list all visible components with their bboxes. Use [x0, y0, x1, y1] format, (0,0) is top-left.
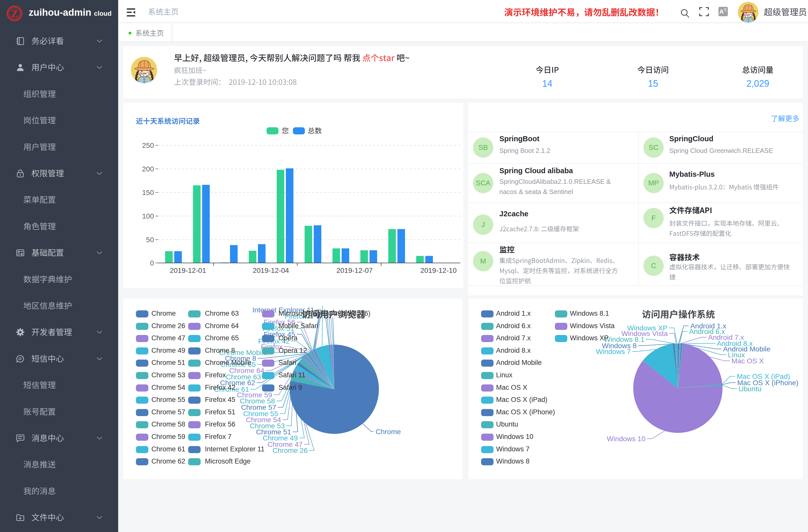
svg-text:150: 150	[142, 189, 154, 197]
svg-text:Mac OS X: Mac OS X	[731, 357, 764, 365]
svg-text:50: 50	[146, 236, 154, 244]
svg-text:Windows 7: Windows 7	[596, 348, 631, 355]
svg-text:200: 200	[142, 165, 154, 173]
svg-text:Ubuntu: Ubuntu	[738, 385, 761, 393]
svg-text:2019-12-01: 2019-12-01	[170, 267, 206, 274]
svg-text:Chrome 26: Chrome 26	[272, 446, 308, 454]
svg-text:A: A	[719, 8, 723, 15]
svg-text:2019-12-10: 2019-12-10	[420, 267, 457, 274]
svg-text:100: 100	[142, 212, 154, 220]
svg-text:文: 文	[723, 7, 727, 12]
svg-text:2019-12-04: 2019-12-04	[253, 267, 289, 274]
svg-text:2019-12-07: 2019-12-07	[336, 267, 372, 274]
svg-text:250: 250	[142, 142, 154, 149]
svg-text:Chrome: Chrome	[375, 428, 401, 436]
svg-text:0: 0	[150, 259, 154, 267]
svg-text:Windows 10: Windows 10	[607, 435, 645, 443]
svg-text:Z: Z	[11, 8, 18, 20]
